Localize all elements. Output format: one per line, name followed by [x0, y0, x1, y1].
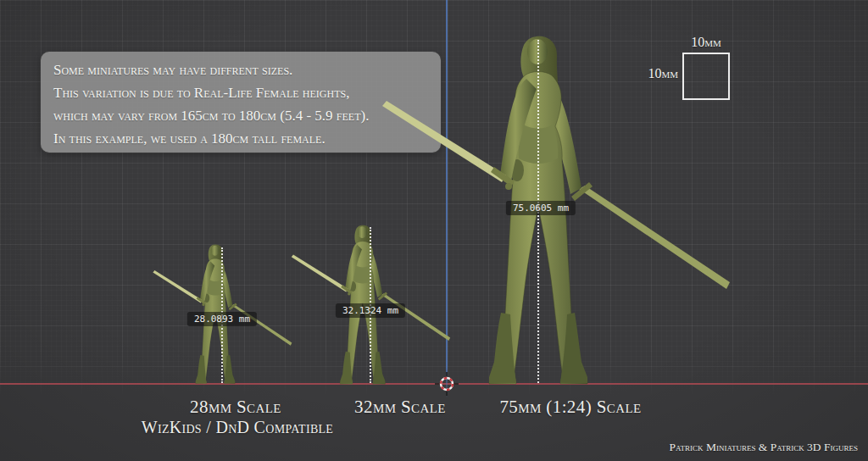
info-line-2: This variation is due to Real-Life Femal…: [53, 81, 428, 104]
3d-viewport[interactable]: Some miniatures may have diffrent sizes.…: [0, 0, 868, 461]
credit-text: Patrick Miniatures & Patrick 3D Figures: [670, 441, 858, 454]
measurement-label-75mm: 75.0605 mm: [506, 201, 576, 215]
reference-square-side-label: 10mm: [626, 66, 678, 81]
caption-32mm-scale: 32mm Scale: [315, 397, 485, 418]
reference-square-10mm: [682, 53, 730, 100]
info-line-1: Some miniatures may have diffrent sizes.: [53, 58, 428, 81]
measurement-label-28mm: 28.0893 mm: [187, 312, 257, 326]
info-line-3: which may vary from 165cm to 180cm (5.4 …: [53, 104, 428, 127]
info-line-4: In this example, we used a 180cm tall fe…: [53, 127, 428, 150]
caption-28mm-scale: 28mm Scale: [151, 397, 320, 418]
measurement-label-32mm: 32.1324 mm: [336, 303, 405, 318]
caption-28mm-compatibility: WizKids / DnD Compatible: [119, 418, 356, 437]
reference-square-top-label: 10mm: [682, 35, 730, 50]
caption-75mm-scale: 75mm (1:24) Scale: [486, 397, 655, 418]
